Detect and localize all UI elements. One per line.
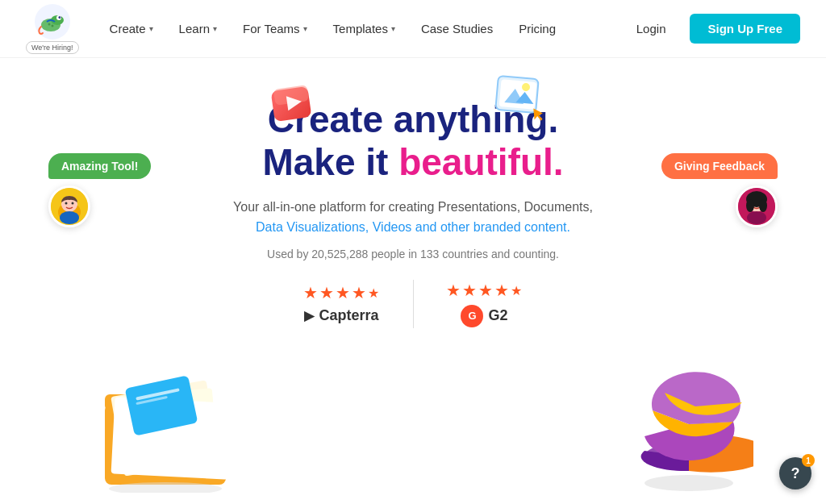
photo-icon-decoration xyxy=(492,69,547,127)
folder-decoration xyxy=(89,364,250,496)
capterra-icon: ▶ xyxy=(304,308,314,323)
help-icon: ? xyxy=(791,465,800,482)
svg-point-25 xyxy=(747,211,766,224)
svg-point-20 xyxy=(60,211,79,224)
bubble-amazing-tool: Amazing Tool! xyxy=(48,153,151,227)
svg-point-41 xyxy=(645,475,733,491)
navbar: We're Hiring! Create ▾ Learn ▾ For Teams… xyxy=(0,0,826,58)
chevron-down-icon: ▾ xyxy=(303,24,307,33)
help-button[interactable]: ? 1 xyxy=(779,457,811,489)
help-badge: 1 xyxy=(802,454,815,467)
g2-brand: G G2 xyxy=(461,305,507,327)
hero-section: Amazing Tool! Giving Feedback xyxy=(0,58,826,504)
svg-point-29 xyxy=(746,199,754,212)
headline-line2: Make it beautiful. xyxy=(262,141,563,184)
capterra-stars: ★★★★★ xyxy=(303,283,381,302)
headline-line2-normal: Make it xyxy=(262,141,398,183)
pie-chart-3d-icon xyxy=(624,364,753,493)
svg-point-22 xyxy=(72,202,74,205)
capterra-rating: ★★★★★ ▶ Capterra xyxy=(271,283,413,324)
g2-rating: ★★★★★ G G2 xyxy=(414,281,556,327)
nav-right: Login Sign Up Free xyxy=(625,14,800,44)
signup-button[interactable]: Sign Up Free xyxy=(690,14,800,44)
chevron-down-icon: ▾ xyxy=(213,24,217,33)
avatar-left xyxy=(48,185,90,227)
login-button[interactable]: Login xyxy=(625,15,678,42)
photo-3d-icon xyxy=(492,69,547,124)
logo-icon xyxy=(35,4,70,40)
folder-3d-icon xyxy=(89,364,250,493)
hero-stats: Used by 20,525,288 people in 133 countri… xyxy=(267,248,559,260)
nav-item-templates[interactable]: Templates ▾ xyxy=(322,15,407,42)
nav-item-create[interactable]: Create ▾ xyxy=(98,15,165,42)
svg-point-21 xyxy=(65,202,68,205)
nav-item-case-studies[interactable]: Case Studies xyxy=(410,15,504,42)
svg-point-7 xyxy=(51,24,53,27)
g2-logo-icon: G xyxy=(461,305,483,327)
svg-point-30 xyxy=(759,199,767,212)
chart-decoration xyxy=(624,364,753,496)
nav-item-for-teams[interactable]: For Teams ▾ xyxy=(232,15,319,42)
hero-subtext: Your all-in-one platform for creating Pr… xyxy=(233,197,593,238)
svg-point-4 xyxy=(58,16,60,19)
hiring-badge: We're Hiring! xyxy=(26,41,79,54)
svg-marker-16 xyxy=(533,108,543,122)
bubble-giving-feedback: Giving Feedback xyxy=(661,153,778,227)
g2-stars: ★★★★★ xyxy=(446,281,524,300)
ratings-row: ★★★★★ ▶ Capterra ★★★★★ G G2 xyxy=(271,280,556,328)
bubble-text-left: Amazing Tool! xyxy=(48,153,151,179)
svg-point-5 xyxy=(60,16,60,17)
play-3d-icon xyxy=(266,77,316,127)
nav-item-pricing[interactable]: Pricing xyxy=(507,15,567,42)
play-icon-decoration xyxy=(266,77,316,131)
avatar-right xyxy=(736,185,778,227)
logo-area[interactable]: We're Hiring! xyxy=(26,4,79,54)
bubble-text-right: Giving Feedback xyxy=(661,153,778,179)
nav-links: Create ▾ Learn ▾ For Teams ▾ Templates ▾… xyxy=(98,15,625,42)
chevron-down-icon: ▾ xyxy=(391,24,395,33)
chevron-down-icon: ▾ xyxy=(149,24,153,33)
svg-point-6 xyxy=(48,23,50,25)
nav-item-learn[interactable]: Learn ▾ xyxy=(168,15,228,42)
headline-line2-accent: beautiful. xyxy=(398,141,563,183)
capterra-brand: ▶ Capterra xyxy=(304,307,378,324)
